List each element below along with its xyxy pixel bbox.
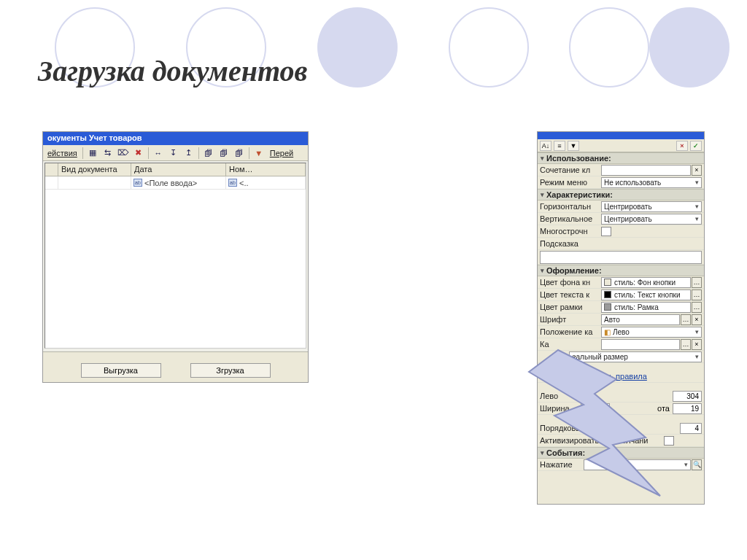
label-press: Нажатие [540, 460, 584, 469]
clear-button[interactable]: × [692, 339, 702, 350]
filter-icon[interactable]: ▼ [568, 141, 579, 151]
text-field-icon: ab [228, 179, 237, 187]
label-priv: Прив [540, 372, 569, 381]
cancel-icon[interactable]: × [676, 141, 688, 151]
row-textcolor: Цвет текста к стиль: Текст кнопки … [538, 289, 704, 301]
properties-panel: A↓ ≡ ▼ × ✓ ▾ Использование: Сочетание кл… [537, 131, 705, 505]
window-toolbar: ействия ▦ ⇆ ⌦ ✖ ↔ ↧ ↥ 🗐 🗐 🗐 ▼ Перей [43, 145, 308, 161]
value-text: стиль: Текст кнопки [614, 291, 681, 299]
label-font: Шрифт [540, 315, 601, 324]
section-decoration[interactable]: ▾ Оформление: [538, 265, 704, 276]
clear-button[interactable]: × [692, 314, 702, 325]
ellipsis-button[interactable]: … [692, 277, 702, 288]
field-height[interactable]: 19 [673, 403, 702, 414]
panel-titlebar [538, 132, 704, 139]
row-font: Шрифт Авто … × [538, 314, 704, 326]
toolbar-button[interactable]: ↔ [151, 147, 166, 160]
row-hint: Подсказка [538, 238, 704, 250]
row-tabindex: Порядковый номер 4 [538, 422, 704, 435]
field-position[interactable]: ◧ Лево [601, 327, 702, 338]
field-tabindex[interactable]: 4 [680, 423, 702, 434]
grid-col-date[interactable]: Дата [131, 163, 226, 176]
toolbar-button[interactable]: ✖ [131, 147, 146, 160]
toolbar-button[interactable]: 🗐 [217, 147, 231, 160]
lookup-button[interactable]: 🔍 [692, 459, 702, 470]
label-textcolor: Цвет текста к [540, 290, 601, 299]
field-ka[interactable] [601, 339, 680, 350]
cell-doc-type[interactable] [58, 176, 131, 189]
row-position: Положение ка ◧ Лево [538, 326, 704, 338]
toolbar-button[interactable]: 🗐 [232, 147, 247, 160]
grid-area: Вид документа Дата Ном… ab <Поле ввода> … [44, 163, 306, 349]
ellipsis-button[interactable]: … [681, 314, 691, 325]
label-height: ота [610, 404, 673, 413]
checkbox-multiline[interactable] [601, 227, 611, 236]
set-rules-link[interactable]: ановить правила [584, 372, 647, 381]
grid-row[interactable]: ab <Поле ввода> ab <.. [45, 176, 306, 190]
categorize-icon[interactable]: ≡ [554, 141, 565, 151]
row-halign: Горизонтальн Центрировать [538, 201, 704, 213]
section-label: Использование: [546, 154, 611, 163]
separator [198, 147, 199, 159]
grid-col-doc-type[interactable]: Вид документа [58, 163, 131, 176]
placeholder-text: <Поле ввода> [144, 179, 197, 187]
label-activate: Активизировать по умолчани [540, 436, 664, 445]
row-shortcut: Сочетание кл × [538, 164, 704, 176]
ellipsis-button[interactable]: … [681, 339, 691, 350]
toolbar-button[interactable]: ↧ [166, 147, 181, 160]
toolbar-button[interactable]: ⌦ [116, 147, 131, 160]
cell-number[interactable]: ab <.. [226, 176, 306, 189]
field-font[interactable]: Авто [601, 314, 680, 325]
field-hint[interactable] [540, 251, 702, 264]
row-bgcolor: Цвет фона кн стиль: Фон кнопки … [538, 276, 704, 289]
goto-menu[interactable]: Перей [267, 149, 296, 158]
slide-title: Загрузка документов [38, 54, 307, 88]
cell-date[interactable]: ab <Поле ввода> [131, 176, 226, 189]
filter-icon[interactable]: ▼ [252, 147, 266, 160]
field-textcolor[interactable]: стиль: Текст кнопки [601, 289, 691, 300]
field-width[interactable]: 12 [581, 403, 610, 414]
row-multiline: Многострочн [538, 225, 704, 238]
actions-menu[interactable]: ействия [44, 149, 80, 158]
ellipsis-button[interactable]: … [692, 302, 702, 313]
section-label: Оформление: [546, 266, 602, 275]
field-menu-mode[interactable]: Не использовать [601, 177, 702, 188]
row-rules: Прив ановить правила [538, 370, 704, 383]
field-bgcolor[interactable]: стиль: Фон кнопки [601, 277, 691, 288]
field-shortcut[interactable] [601, 165, 691, 176]
value-text: Лево [613, 328, 630, 336]
clear-button[interactable]: × [692, 165, 702, 176]
import-button[interactable]: Згрузка [190, 363, 271, 378]
ellipsis-button[interactable]: … [692, 289, 702, 300]
export-button[interactable]: Выгрузка [81, 363, 161, 378]
toolbar-button[interactable]: ⇆ [101, 147, 115, 160]
separator [82, 147, 83, 159]
field-framecolor[interactable]: стиль: Рамка [601, 302, 691, 313]
row-ka: Ка … × [538, 338, 704, 351]
sort-az-icon[interactable]: A↓ [540, 141, 551, 151]
field-left[interactable]: 304 [673, 391, 702, 402]
field-halign[interactable]: Центрировать [601, 201, 702, 212]
chevron-down-icon: ▾ [541, 191, 544, 198]
field-press[interactable] [584, 459, 691, 470]
toolbar-button[interactable]: 🗐 [201, 147, 216, 160]
section-label: События: [546, 448, 585, 457]
section-specs[interactable]: ▾ Характеристики: [538, 189, 704, 201]
circle-icon [449, 7, 529, 88]
field-valign[interactable]: Центрировать [601, 214, 702, 225]
row-realsize: еальный размер [538, 351, 704, 363]
toolbar-button[interactable]: ↥ [182, 147, 196, 160]
align-icon: ◧ [604, 328, 611, 336]
field-realsize[interactable]: еальный размер [569, 351, 702, 362]
label-shortcut: Сочетание кл [540, 166, 601, 174]
checkbox-activate[interactable] [664, 436, 674, 446]
section-usage[interactable]: ▾ Использование: [538, 152, 704, 164]
apply-icon[interactable]: ✓ [690, 141, 702, 151]
section-events[interactable]: ▾ События: [538, 447, 704, 459]
grid-col-number[interactable]: Ном… [226, 163, 306, 176]
color-swatch [604, 291, 611, 298]
toolbar-button[interactable]: ▦ [85, 147, 100, 160]
label-hint: Подсказка [540, 239, 601, 248]
grid-col-marker [45, 163, 58, 176]
window-footer: Выгрузка Згрузка [43, 351, 308, 382]
